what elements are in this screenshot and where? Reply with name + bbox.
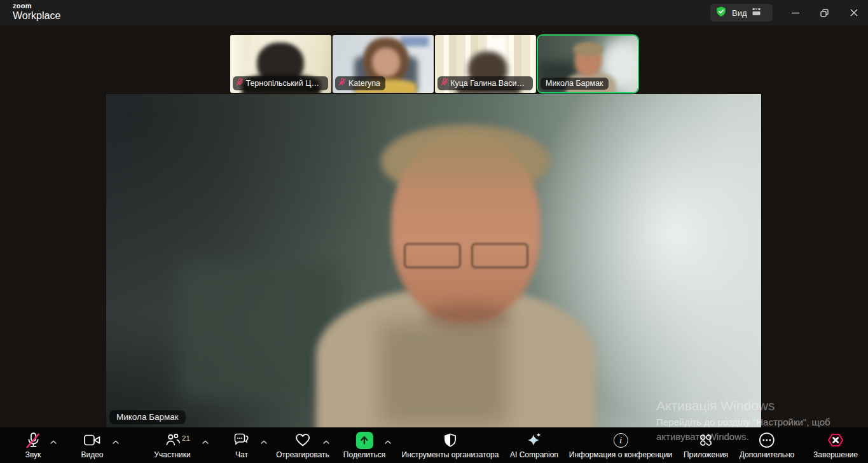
restore-window-button[interactable] <box>810 0 838 25</box>
active-speaker-video: Микола Бармак <box>106 94 761 427</box>
meeting-toolbar: Звук Видео 21 Участники <box>0 427 868 463</box>
video-label: Видео <box>81 450 103 459</box>
ai-sparkle-icon <box>526 431 542 450</box>
meeting-stage: Тернопільський Цен... Kateryna <box>0 25 868 427</box>
muted-mic-icon <box>236 78 243 88</box>
view-button-label: Вид <box>732 8 747 18</box>
audio-options-chevron[interactable] <box>50 436 57 447</box>
chat-label: Чат <box>235 450 248 459</box>
participants-button[interactable]: 21 Участники <box>154 427 190 463</box>
participant-name-pill: Микола Бармак <box>541 78 609 90</box>
meeting-info-label: Информация о конференции <box>569 450 672 459</box>
thumbnail-kateryna[interactable]: Kateryna <box>333 35 434 93</box>
speaker-hoodie <box>380 323 507 425</box>
chat-bubble-icon <box>233 431 251 450</box>
participants-icon: 21 <box>164 431 181 450</box>
participant-name: Микола Бармак <box>546 79 603 88</box>
participant-name-pill: Куца Галина Василів... <box>437 76 533 90</box>
speaker-glasses <box>404 243 528 268</box>
participant-filmstrip: Тернопільський Цен... Kateryna <box>230 35 638 93</box>
close-window-button[interactable] <box>840 0 868 25</box>
reactions-options-chevron[interactable] <box>323 436 330 447</box>
participant-name: Куца Галина Василів... <box>450 79 528 88</box>
participants-options-chevron[interactable] <box>202 436 209 447</box>
chat-options-chevron[interactable] <box>261 436 268 447</box>
minimize-button[interactable] <box>782 0 809 25</box>
muted-mic-icon <box>338 78 346 88</box>
info-icon: i <box>614 431 628 450</box>
chat-button[interactable]: Чат <box>233 427 251 463</box>
participants-count: 21 <box>182 434 190 442</box>
meeting-info-button[interactable]: i Информация о конференции <box>569 427 672 463</box>
security-shield-icon <box>715 6 727 20</box>
title-bar: zoom Workplace Вид <box>0 0 868 25</box>
zoom-meeting-window: zoom Workplace Вид <box>0 0 868 463</box>
heart-icon <box>294 431 311 450</box>
host-tools-button[interactable]: Инструменты организатора <box>402 427 499 463</box>
active-speaker-name-tag: Микола Бармак <box>109 410 186 424</box>
apps-label: Приложения <box>684 450 728 459</box>
host-tools-shield-icon <box>443 431 457 450</box>
end-meeting-label: Завершение <box>813 450 858 459</box>
view-menu-button[interactable]: Вид <box>710 4 773 22</box>
thumbnail-ternopilskyi[interactable]: Тернопільський Цен... <box>230 35 331 93</box>
ai-companion-button[interactable]: AI Companion <box>510 427 558 463</box>
video-options-chevron[interactable] <box>113 436 120 447</box>
share-options-chevron[interactable] <box>385 436 392 447</box>
gallery-view-icon <box>752 7 762 18</box>
speaker-face <box>391 135 541 322</box>
audio-label: Звук <box>25 450 41 459</box>
participant-name-pill: Тернопільський Цен... <box>233 76 328 90</box>
apps-button[interactable]: Приложения <box>684 427 728 463</box>
muted-mic-icon <box>441 78 448 88</box>
share-screen-icon <box>355 431 373 450</box>
participant-name-pill: Kateryna <box>335 76 385 90</box>
muted-microphone-icon <box>25 431 41 450</box>
end-meeting-button[interactable]: Завершение <box>813 427 858 463</box>
host-tools-label: Инструменты организатора <box>402 450 499 459</box>
participants-label: Участники <box>154 450 190 459</box>
video-background <box>179 263 338 399</box>
thumbnail-mykola-barmak-active[interactable]: Микола Бармак <box>537 34 639 93</box>
more-label: Дополнительно <box>740 450 794 459</box>
share-screen-label: Поделиться <box>343 450 385 459</box>
apps-icon <box>698 431 713 450</box>
participant-name: Kateryna <box>348 79 380 88</box>
reactions-label: Отреагировать <box>276 450 329 459</box>
logo-text-zoom: zoom <box>13 3 60 10</box>
logo-text-workplace: Workplace <box>13 11 60 21</box>
share-screen-button[interactable]: Поделиться <box>343 427 385 463</box>
more-ellipsis-icon <box>759 431 775 450</box>
camera-icon <box>84 431 101 450</box>
ai-companion-label: AI Companion <box>510 450 558 459</box>
more-button[interactable]: Дополнительно <box>740 427 794 463</box>
audio-button[interactable]: Звук <box>25 427 41 463</box>
zoom-workplace-logo: zoom Workplace <box>13 3 60 21</box>
reactions-button[interactable]: Отреагировать <box>276 427 329 463</box>
end-meeting-icon <box>827 431 844 450</box>
speaker-face <box>423 304 512 331</box>
participant-name: Тернопільський Цен... <box>245 79 323 88</box>
video-button[interactable]: Видео <box>81 427 103 463</box>
thumbnail-kutsa-halyna[interactable]: Куца Галина Василів... <box>435 35 536 93</box>
